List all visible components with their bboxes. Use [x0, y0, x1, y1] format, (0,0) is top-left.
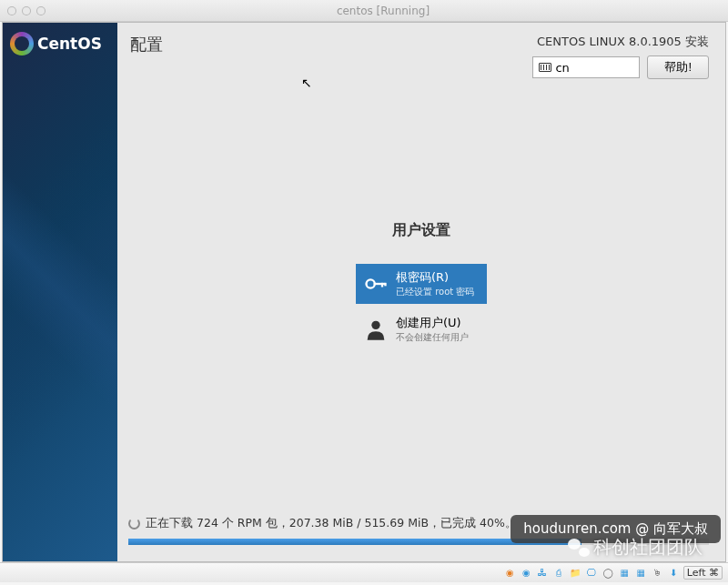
topbar: 配置 CENTOS LINUX 8.0.1905 安装 cn 帮助!	[117, 23, 725, 86]
help-button[interactable]: 帮助!	[647, 55, 709, 79]
usb-icon[interactable]: ⎙	[552, 566, 566, 580]
installer-window: CentOS ↖ 配置 CENTOS LINUX 8.0.1905 安装 cn …	[2, 22, 726, 562]
maximize-window-button[interactable]	[36, 6, 46, 15]
shared-folder-icon[interactable]: 📁	[569, 566, 582, 580]
settings-icon[interactable]: ▦	[634, 566, 648, 580]
keyboard-icon	[539, 63, 551, 72]
keyboard-capture-icon[interactable]: ⬇	[667, 566, 681, 580]
svg-point-0	[367, 279, 375, 287]
page-title: 配置	[130, 34, 163, 79]
section-heading: 用户设置	[392, 221, 450, 240]
window-controls	[7, 6, 46, 15]
disk-icon[interactable]: ◉	[503, 566, 517, 580]
watermark-team: 科创社团团队	[568, 535, 703, 560]
window-title: centos [Running]	[46, 5, 721, 17]
main-content: ↖ 配置 CENTOS LINUX 8.0.1905 安装 cn 帮助! 用户设…	[117, 23, 725, 561]
centos-logo-icon	[10, 32, 34, 55]
wechat-icon	[568, 539, 590, 557]
root-password-label: 根密码(R)	[396, 269, 474, 286]
svg-point-4	[371, 321, 379, 329]
host-key-label: Left ⌘	[683, 566, 723, 580]
key-icon	[363, 271, 389, 297]
user-settings-section: 用户设置 根密码(R) 已经设置 root 密码 创建用户(U) 不会创建任何用	[117, 86, 725, 516]
create-user-status: 不会创建任何用户	[396, 331, 469, 344]
spinner-icon	[128, 518, 140, 530]
progress-text: 正在下载 724 个 RPM 包，207.38 MiB / 515.69 MiB…	[146, 516, 517, 531]
logo: CentOS	[3, 23, 117, 65]
sidebar: CentOS	[3, 23, 117, 561]
root-password-status: 已经设置 root 密码	[396, 286, 474, 298]
installer-version: CENTOS LINUX 8.0.1905 安装	[532, 34, 709, 50]
keyboard-layout-value: cn	[555, 61, 569, 75]
close-window-button[interactable]	[7, 6, 16, 15]
minimize-window-button[interactable]	[22, 6, 31, 15]
vm-statusbar: ◉ ◉ 🖧 ⎙ 📁 🖵 ◯ ▦ ▦ 🖰 ⬇ Left ⌘	[0, 562, 728, 582]
keyboard-layout-selector[interactable]: cn	[532, 56, 640, 78]
svg-rect-3	[384, 283, 386, 287]
svg-rect-1	[374, 283, 386, 285]
recording-icon[interactable]: ◯	[602, 566, 615, 580]
display-icon[interactable]: 🖵	[585, 566, 599, 580]
brand-text: CentOS	[37, 35, 102, 53]
network-icon[interactable]: 🖧	[536, 566, 550, 580]
window-titlebar: centos [Running]	[0, 0, 728, 22]
optical-icon[interactable]: ◉	[520, 566, 533, 580]
audio-icon[interactable]: ▦	[618, 566, 632, 580]
mouse-integration-icon[interactable]: 🖰	[651, 566, 664, 580]
user-icon	[363, 317, 389, 342]
root-password-option[interactable]: 根密码(R) 已经设置 root 密码	[356, 264, 487, 304]
topbar-right: CENTOS LINUX 8.0.1905 安装 cn 帮助!	[532, 34, 709, 79]
create-user-option[interactable]: 创建用户(U) 不会创建任何用户	[356, 309, 487, 349]
svg-rect-2	[381, 283, 383, 287]
create-user-label: 创建用户(U)	[396, 315, 469, 331]
